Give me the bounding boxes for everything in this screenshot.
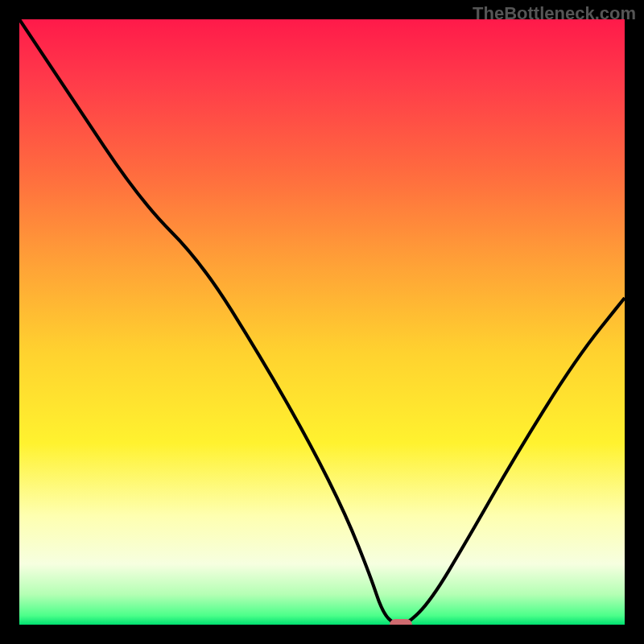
optimal-point-marker — [390, 619, 412, 625]
plot-area — [19, 19, 625, 625]
watermark-text: TheBottleneck.com — [473, 3, 636, 24]
bottleneck-curve — [19, 19, 625, 625]
